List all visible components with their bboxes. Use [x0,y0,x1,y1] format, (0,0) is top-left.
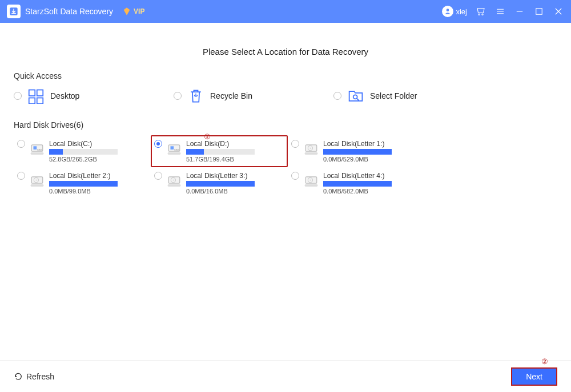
drive-radio[interactable] [291,172,299,180]
drives-section-label: Hard Disk Drives(6) [14,120,557,130]
refresh-label: Refresh [26,372,54,381]
drive-radio[interactable] [17,140,25,148]
drive-usage-text: 0.0MB/16.0MB [186,188,284,195]
svg-point-3 [482,14,483,15]
svg-point-2 [478,14,480,15]
drive-radio[interactable] [291,140,299,148]
svg-text:SSD: SSD [174,148,179,151]
user-account[interactable]: xiej [442,6,467,17]
drive-name: Local Disk(Letter 4:) [323,172,421,180]
svg-rect-4 [536,9,542,15]
radio-folder[interactable] [333,92,341,100]
radio-recycle[interactable] [174,92,182,100]
refresh-icon [14,372,23,381]
drive-radio[interactable] [17,172,25,180]
hdd-drive-icon [304,174,319,189]
user-avatar-icon [442,6,453,17]
desktop-icon [27,87,45,104]
app-title: StarzSoft Data Recovery [25,7,113,16]
titlebar: StarzSoft Data Recovery VIP xiej [0,0,571,23]
svg-point-1 [447,9,449,11]
drive-name: Local Disk(C:) [49,140,147,148]
drive-name: Local Disk(D:) [186,140,284,148]
drive-usage-text: 51.7GB/199.4GB [186,156,284,163]
username-label: xiej [456,7,467,16]
vip-badge: VIP [122,7,144,16]
content-area: Please Select A Location for Data Recove… [0,23,571,360]
menu-icon[interactable] [494,6,506,17]
svg-rect-5 [29,90,35,96]
app-logo-icon [7,5,21,18]
ssd-drive-icon: SSD [30,142,45,157]
maximize-icon[interactable] [533,6,545,17]
svg-text:SSD: SSD [37,148,42,151]
svg-rect-33 [305,184,318,187]
vip-diamond-icon [122,7,131,16]
refresh-button[interactable]: Refresh [14,372,54,381]
drive-card[interactable]: Local Disk(Letter 2:)0.0MB/99.0MB [14,167,151,199]
svg-rect-6 [37,90,43,96]
quick-access-label: Quick Access [14,71,557,80]
radio-desktop[interactable] [14,92,22,100]
drive-radio[interactable] [154,140,162,148]
svg-rect-21 [305,152,318,155]
drive-usage-text: 52.8GB/265.2GB [49,156,147,163]
svg-point-9 [353,95,357,99]
page-title: Please Select A Location for Data Recove… [14,47,557,56]
svg-rect-25 [31,184,44,187]
drive-card[interactable]: SSDLocal Disk(C:)52.8GB/265.2GB [14,135,151,167]
quick-access-desktop[interactable]: Desktop [14,86,151,106]
svg-rect-13 [31,152,44,155]
close-icon[interactable] [553,6,564,17]
recycle-bin-icon [187,87,204,104]
quick-access-folder[interactable]: Select Folder [333,86,471,106]
annotation-two: ② [541,357,548,366]
drive-usage-bar [49,181,118,187]
drives-grid: SSDLocal Disk(C:)52.8GB/265.2GBSSDLocal … [14,135,557,199]
svg-point-24 [36,180,37,181]
drive-usage-text: 0.0MB/582.0MB [323,188,421,195]
svg-rect-29 [168,184,181,187]
vip-label: VIP [134,7,144,15]
hdd-drive-icon [304,142,319,157]
drive-card[interactable]: Local Disk(Letter 1:)0.0MB/529.0MB [288,135,425,167]
svg-rect-15 [171,146,174,149]
footer: Refresh ② Next [0,360,571,392]
drive-usage-text: 0.0MB/99.0MB [49,188,147,195]
drive-radio[interactable] [154,172,162,180]
drive-name: Local Disk(Letter 3:) [186,172,284,180]
drive-usage-text: 0.0MB/529.0MB [323,156,421,163]
cart-icon[interactable] [475,6,486,17]
desktop-label: Desktop [50,91,79,100]
quick-access-row: Desktop Recycle Bin [14,86,557,106]
svg-point-28 [173,180,174,181]
drive-usage-bar [323,149,392,155]
svg-rect-11 [34,146,37,149]
drive-name: Local Disk(Letter 1:) [323,140,421,148]
recycle-label: Recycle Bin [210,91,252,100]
drive-card[interactable]: Local Disk(Letter 3:)0.0MB/16.0MB [151,167,288,199]
svg-rect-17 [168,152,181,155]
folder-search-icon [347,87,364,104]
svg-rect-7 [29,98,35,104]
folder-label: Select Folder [370,91,417,100]
hdd-drive-icon [167,174,182,189]
svg-point-32 [310,180,311,181]
drive-card[interactable]: SSDLocal Disk(D:)51.7GB/199.4GB [151,135,288,167]
drive-name: Local Disk(Letter 2:) [49,172,147,180]
hdd-drive-icon [30,174,45,189]
drive-usage-bar [186,181,255,187]
svg-point-20 [310,148,311,149]
drive-usage-bar [49,149,118,155]
svg-rect-8 [37,98,43,104]
ssd-drive-icon: SSD [167,142,182,157]
drive-usage-bar [323,181,392,187]
drive-card[interactable]: Local Disk(Letter 4:)0.0MB/582.0MB [288,167,425,199]
quick-access-recycle[interactable]: Recycle Bin [174,86,311,106]
next-button[interactable]: Next [511,367,557,386]
minimize-icon[interactable] [514,6,525,17]
drive-usage-bar [186,149,255,155]
